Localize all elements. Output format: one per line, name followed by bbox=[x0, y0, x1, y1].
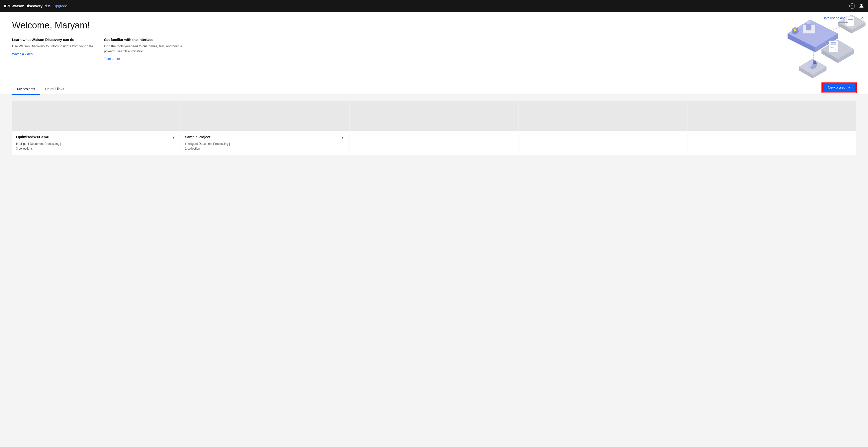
svg-marker-11 bbox=[851, 22, 866, 33]
take-tour-link[interactable]: Take a tour bbox=[104, 57, 120, 61]
svg-point-7 bbox=[792, 27, 799, 34]
svg-marker-20 bbox=[838, 49, 854, 63]
project-overflow-menu-button[interactable]: ⋮ bbox=[170, 135, 177, 140]
learn-title: Learn what Watson Discovery can do bbox=[12, 38, 94, 42]
hero-illustration: 💡 bbox=[755, 12, 868, 83]
new-project-button[interactable]: New project + bbox=[822, 83, 856, 93]
svg-marker-26 bbox=[799, 59, 827, 75]
brand-name: IBM Watson Discovery Plus bbox=[4, 4, 51, 8]
svg-marker-2 bbox=[787, 33, 815, 52]
tab-my-projects[interactable]: My projects bbox=[12, 84, 40, 95]
empty-card-thumbnail bbox=[350, 101, 518, 131]
svg-point-5 bbox=[807, 20, 811, 24]
help-icon[interactable]: ? bbox=[849, 3, 855, 9]
project-card[interactable]: OptimisedWXGenAI ⋮ Intelligent Document … bbox=[12, 101, 181, 155]
learn-text: Use Watson Discovery to unlock insights … bbox=[12, 44, 94, 49]
svg-rect-4 bbox=[803, 25, 815, 33]
new-project-label: New project bbox=[828, 86, 846, 90]
project-card-meta: Intelligent Document Processing |3 colle… bbox=[16, 141, 177, 151]
tab-helpful-links[interactable]: Helpful links bbox=[40, 84, 69, 95]
project-card-thumbnail bbox=[12, 101, 181, 131]
projects-section: OptimisedWXGenAI ⋮ Intelligent Document … bbox=[0, 95, 868, 195]
user-icon[interactable] bbox=[859, 3, 864, 9]
project-card-name: OptimisedWXGenAI bbox=[16, 135, 49, 139]
svg-point-29 bbox=[809, 60, 817, 68]
svg-marker-18 bbox=[822, 40, 854, 59]
project-card-meta: Intelligent Document Processing |1 colle… bbox=[185, 141, 345, 151]
data-usage-link[interactable]: Data usage and GDPR bbox=[823, 16, 856, 20]
svg-line-31 bbox=[813, 36, 838, 51]
svg-marker-10 bbox=[838, 22, 851, 33]
project-card-name: Sample Project bbox=[185, 135, 210, 139]
empty-card-thumbnail bbox=[519, 101, 687, 131]
svg-marker-28 bbox=[813, 67, 827, 78]
svg-rect-21 bbox=[829, 41, 838, 52]
watch-video-link[interactable]: Watch a video bbox=[12, 52, 33, 56]
svg-marker-27 bbox=[799, 67, 813, 78]
top-navigation: IBM Watson Discovery Plus Upgrade ? bbox=[0, 0, 868, 12]
svg-line-32 bbox=[813, 36, 814, 67]
empty-card-thumbnail bbox=[687, 101, 856, 131]
projects-grid: OptimisedWXGenAI ⋮ Intelligent Document … bbox=[12, 101, 856, 155]
svg-marker-1 bbox=[787, 20, 838, 47]
project-card[interactable]: Sample Project ⋮ Intelligent Document Pr… bbox=[181, 101, 349, 155]
svg-marker-19 bbox=[822, 49, 838, 63]
tabs-row: My projects Helpful links New project + bbox=[0, 83, 868, 95]
svg-point-0 bbox=[861, 4, 863, 6]
welcome-title: Welcome, Maryam! bbox=[12, 20, 163, 31]
svg-line-30 bbox=[813, 27, 840, 36]
project-card-empty: — bbox=[350, 101, 518, 155]
new-project-icon: + bbox=[848, 86, 850, 90]
project-overflow-menu-button[interactable]: ⋮ bbox=[339, 135, 345, 140]
project-card-thumbnail bbox=[181, 101, 349, 131]
project-card-empty: — bbox=[519, 101, 687, 155]
svg-rect-6 bbox=[806, 24, 811, 30]
svg-marker-3 bbox=[815, 33, 838, 52]
learn-column: Learn what Watson Discovery can do Use W… bbox=[12, 38, 94, 61]
project-tabs: My projects Helpful links bbox=[12, 84, 69, 95]
hero-section: Data usage and GDPR ∧ Welcome, Maryam! L… bbox=[0, 12, 868, 83]
collapse-hero-button[interactable]: ∧ bbox=[861, 15, 864, 21]
familiar-text: Find the tools you need to customize, te… bbox=[104, 44, 189, 54]
familiar-column: Get familiar with the interface Find the… bbox=[104, 38, 189, 61]
svg-rect-25 bbox=[831, 42, 836, 43]
svg-text:💡: 💡 bbox=[793, 29, 798, 33]
project-card-empty: — bbox=[687, 101, 856, 155]
familiar-title: Get familiar with the interface bbox=[104, 38, 189, 42]
upgrade-link[interactable]: Upgrade bbox=[54, 4, 67, 8]
